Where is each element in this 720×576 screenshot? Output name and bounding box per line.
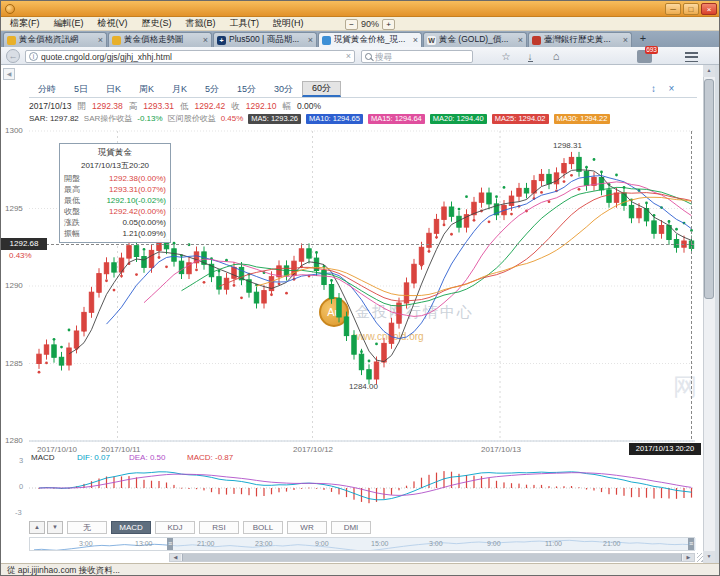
- timeframe-tab[interactable]: 30分: [265, 81, 302, 97]
- menu-item[interactable]: 書籤(B): [179, 17, 223, 30]
- indicator-tab[interactable]: 无: [67, 521, 107, 534]
- timeframe-tab[interactable]: 日K: [97, 81, 130, 97]
- timeframe-tab[interactable]: 5日: [65, 81, 97, 97]
- tab-close-icon[interactable]: ×: [623, 36, 628, 45]
- timeframe-tab[interactable]: 15分: [228, 81, 265, 97]
- tab-favicon: [112, 36, 121, 45]
- search-input[interactable]: [375, 51, 486, 62]
- bookmark-star-icon[interactable]: ☆: [499, 50, 513, 64]
- tab-close-icon[interactable]: ×: [413, 36, 418, 45]
- zoom-out-button[interactable]: −: [345, 19, 358, 30]
- minimize-button[interactable]: ─: [665, 3, 681, 15]
- window-edge: [715, 65, 720, 563]
- adblock-extension-icon[interactable]: 693: [637, 50, 652, 63]
- navigator-time-label: 15:00: [371, 540, 389, 547]
- status-bar: 從 api.jijinhao.com 接收資料...: [1, 563, 720, 576]
- close-button[interactable]: ×: [701, 3, 717, 15]
- panel-up-icon[interactable]: ▲: [29, 521, 45, 534]
- maximize-button[interactable]: □: [683, 3, 699, 15]
- indicator-tab[interactable]: BOLL: [243, 521, 283, 534]
- horizontal-scrollbar[interactable]: ◀ ▶: [169, 553, 695, 562]
- tab-close-icon[interactable]: ×: [98, 36, 103, 45]
- menu-item[interactable]: 檢視(V): [91, 17, 135, 30]
- macd-dif-value: DIF: 0.07: [77, 453, 110, 462]
- search-bar[interactable]: [361, 50, 473, 63]
- zoom-level: 90%: [361, 18, 379, 31]
- low-annotation: 1284.00: [349, 382, 378, 391]
- indicator-tab[interactable]: RSI: [199, 521, 239, 534]
- navigator-time-label: 23:00: [255, 540, 273, 547]
- indicator-tab[interactable]: KDJ: [155, 521, 195, 534]
- new-tab-button[interactable]: +: [633, 32, 653, 47]
- titlebar[interactable]: ─ □ ×: [1, 1, 720, 17]
- tab-close-icon[interactable]: ×: [308, 36, 313, 45]
- menu-item[interactable]: 工具(T): [223, 17, 267, 30]
- vscroll-thumb[interactable]: [704, 79, 714, 299]
- menu-item[interactable]: 編輯(E): [47, 17, 91, 30]
- tab-favicon: [532, 36, 541, 45]
- panel-down-icon[interactable]: ▼: [47, 521, 63, 534]
- navigator-time-label: 21:00: [603, 540, 621, 547]
- navigator-time-label: 9:00: [487, 540, 501, 547]
- browser-tab[interactable]: 臺灣銀行歷史黃... ×: [528, 32, 632, 47]
- indicator-tab[interactable]: WR: [287, 521, 327, 534]
- browser-tab[interactable]: 黃金價格資訊網 ×: [3, 32, 107, 47]
- menu-item[interactable]: 歷史(S): [135, 17, 179, 30]
- navigator-left-handle[interactable]: ≡: [167, 538, 173, 550]
- tooltip-row: 振幅1.21(0.09%): [64, 228, 166, 239]
- timeframe-tab[interactable]: 分時: [29, 81, 65, 97]
- url-bar[interactable]: i ×: [25, 50, 355, 63]
- tooltip-time: 2017/10/13五20:20: [64, 160, 166, 171]
- navigator-time-label: 13:00: [135, 540, 153, 547]
- zoom-in-button[interactable]: +: [382, 19, 395, 30]
- downloads-icon[interactable]: ↓: [523, 50, 537, 64]
- tab-favicon: [322, 36, 331, 45]
- status-text: 從 api.jijinhao.com 接收資料...: [7, 565, 120, 575]
- scroll-left-icon[interactable]: ◀: [170, 554, 181, 561]
- hscroll-thumb[interactable]: [182, 554, 682, 561]
- tab-favicon: W: [427, 36, 436, 45]
- timeframe-tab[interactable]: 月K: [163, 81, 196, 97]
- navigator-time-label: 11:00: [545, 540, 562, 547]
- tab-close-icon[interactable]: ×: [203, 36, 208, 45]
- extension-badge: 693: [645, 46, 658, 54]
- navigator-time-label: 3:00: [79, 540, 93, 547]
- scroll-right-icon[interactable]: ▶: [683, 554, 694, 561]
- browser-tab[interactable]: 現貨黃金价格_現... ×: [318, 32, 422, 47]
- tooltip-row: 開盤1292.38(0.00%): [64, 173, 166, 184]
- browser-tab[interactable]: W 黃金 (GOLD)_價... ×: [423, 32, 527, 47]
- scroll-down-icon[interactable]: ▼: [703, 551, 715, 563]
- ma-chip: MA10: 1294.65: [306, 114, 363, 124]
- home-icon[interactable]: ⌂: [549, 50, 563, 64]
- timeframe-tabs: 分時5日日K周K月K5分15分30分60分: [29, 81, 697, 98]
- indicator-summary: SAR: 1297.82SAR操作收益-0.13%区间股价收益0.45%MA5:…: [29, 113, 610, 124]
- tab-bar: 黃金價格資訊網 × 黃金價格走勢圖 × + Plus500 | 商品期... ×…: [1, 31, 720, 47]
- ma-chip: MA20: 1294.40: [430, 114, 487, 124]
- browser-tab[interactable]: 黃金價格走勢圖 ×: [108, 32, 212, 47]
- macd-label: MACD: [31, 453, 55, 462]
- menu-item[interactable]: 檔案(F): [3, 17, 47, 30]
- tab-close-icon[interactable]: ×: [518, 36, 523, 45]
- range-navigator[interactable]: ≡ ≡: [29, 537, 695, 551]
- clear-url-icon[interactable]: ×: [346, 52, 351, 61]
- timeframe-tab[interactable]: 5分: [196, 81, 228, 97]
- indicator-tab[interactable]: DMI: [331, 521, 371, 534]
- url-input[interactable]: [41, 51, 344, 62]
- timeframe-tab[interactable]: 60分: [302, 81, 341, 97]
- indicator-tab[interactable]: MACD: [111, 521, 151, 534]
- ohlc-summary: 2017/10/13開1292.38高1293.31低1292.42收1292.…: [29, 101, 321, 113]
- collapse-panel-icon[interactable]: ◀: [3, 68, 15, 80]
- navigator-right-handle[interactable]: ≡: [688, 538, 694, 550]
- menu-item[interactable]: 說明(H): [266, 17, 311, 30]
- hamburger-menu-icon[interactable]: [685, 52, 698, 62]
- high-annotation: 1298.31: [553, 141, 582, 150]
- back-button[interactable]: ←: [6, 49, 20, 63]
- browser-tab[interactable]: + Plus500 | 商品期... ×: [213, 32, 317, 47]
- timeframe-tab[interactable]: 周K: [130, 81, 163, 97]
- navigator-time-label: 3:00: [429, 540, 443, 547]
- scroll-up-icon[interactable]: ▲: [703, 65, 715, 77]
- macd-chart[interactable]: [1, 459, 703, 519]
- site-info-icon[interactable]: i: [29, 52, 38, 61]
- macd-dea-value: DEA: 0.50: [129, 453, 165, 462]
- tooltip-row: 最高1293.31(0.07%): [64, 184, 166, 195]
